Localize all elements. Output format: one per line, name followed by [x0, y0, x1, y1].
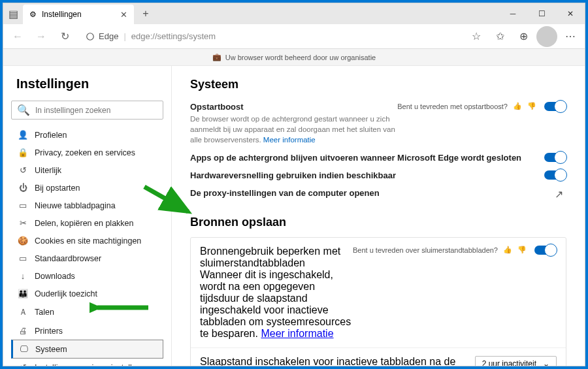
external-link-icon[interactable]: ↗ — [555, 188, 566, 200]
resources-heading: Bronnen opslaan — [190, 216, 566, 229]
lock-icon: 🔒 — [18, 148, 28, 157]
browser-icon: ▭ — [18, 253, 28, 263]
sidebar-item-cookies[interactable]: 🍪Cookies en site machtigingen — [11, 232, 163, 249]
paint-icon: ↺ — [18, 165, 28, 175]
sidebar-heading: Instellingen — [11, 76, 163, 91]
menu-button[interactable]: ⋯ — [560, 26, 581, 47]
app-menu-icon[interactable]: ▤ — [3, 3, 23, 24]
startup-boost-label: Opstartboost — [190, 102, 397, 112]
gear-icon: ⚙ — [29, 10, 37, 19]
sidebar-item-profiles[interactable]: 👤Profielen — [11, 126, 163, 144]
download-icon: ↓ — [18, 271, 28, 281]
language-icon: Ａ — [18, 306, 28, 318]
browser-tab[interactable]: ⚙ Instellingen ✕ — [23, 5, 134, 24]
sleep-duration-select[interactable]: 2 uur inactiviteit ⌄ — [475, 356, 557, 366]
power-icon: ⏻ — [18, 183, 28, 193]
startup-feedback: Bent u tevreden met opstartboost? 👍 👎 — [397, 102, 536, 110]
thumbs-up-icon[interactable]: 👍 — [503, 246, 512, 254]
sidebar-item-reset[interactable]: ↺Instellingen opnieuw instellen — [11, 359, 163, 366]
tab-close-icon[interactable]: ✕ — [120, 10, 127, 20]
sidebar-item-default[interactable]: ▭Standaardbrowser — [11, 249, 163, 267]
sidebar-item-family[interactable]: 👪Ouderlijk toezicht — [11, 285, 163, 302]
startup-boost-toggle[interactable] — [544, 102, 566, 111]
hw-accel-label: Hardwareversnelling gebruiken indien bes… — [190, 170, 536, 180]
search-icon: 🔍 — [17, 104, 30, 116]
thumbs-down-icon[interactable]: 👎 — [517, 246, 527, 254]
startup-more-link[interactable]: Meer informatie — [263, 136, 316, 144]
profile-avatar[interactable] — [536, 26, 557, 47]
hw-accel-toggle[interactable] — [544, 170, 566, 180]
maximize-button[interactable]: ☐ — [527, 3, 556, 24]
proxy-label: De proxy-instellingen van de computer op… — [190, 188, 547, 198]
resources-card: Bronnengebruik beperken met sluimerstand… — [190, 237, 566, 366]
edge-logo: Edge — [86, 31, 118, 41]
person-icon: 👤 — [18, 130, 28, 140]
search-input[interactable] — [35, 106, 157, 115]
forward-button[interactable]: → — [31, 26, 52, 47]
sleeping-tabs-label: Bronnengebruik beperken met sluimerstand… — [200, 246, 353, 269]
bg-apps-label: Apps op de achtergrond blijven uitvoeren… — [190, 153, 536, 163]
back-button[interactable]: ← — [7, 26, 28, 47]
sidebar-item-downloads[interactable]: ↓Downloads — [11, 267, 163, 285]
sidebar-item-printers[interactable]: 🖨Printers — [11, 322, 163, 340]
sidebar-item-system[interactable]: 🖵Systeem — [11, 340, 163, 359]
sleeping-feedback: Bent u tevreden over sluimerstandtabblad… — [353, 246, 527, 254]
sleep-after-label: Slaapstand inschakelen voor inactieve ta… — [200, 356, 475, 366]
sidebar-item-languages[interactable]: ＡTalen — [11, 302, 163, 322]
bg-apps-toggle[interactable] — [544, 153, 566, 162]
favorites-icon[interactable]: ✩ — [489, 26, 510, 47]
reset-icon: ↺ — [18, 362, 28, 366]
read-aloud-icon[interactable]: ☆ — [466, 26, 487, 47]
sleeping-tabs-desc: Wanneer dit is ingeschakeld, wordt na ee… — [200, 269, 353, 340]
titlebar: ▤ ⚙ Instellingen ✕ + ─ ☐ ✕ — [3, 3, 585, 24]
svg-point-0 — [87, 33, 94, 40]
briefcase-icon: 💼 — [212, 53, 221, 61]
sidebar-item-newtab[interactable]: ▭Nieuwe tabbladpagina — [11, 197, 163, 214]
sidebar-item-appearance[interactable]: ↺Uiterlijk — [11, 161, 163, 179]
org-notice-bar: 💼 Uw browser wordt beheerd door uw organ… — [3, 49, 585, 66]
startup-boost-desc: De browser wordt op de achtergrond gesta… — [190, 114, 397, 145]
settings-main: Systeem Opstartboost De browser wordt op… — [172, 66, 585, 366]
new-tab-button[interactable]: + — [137, 5, 155, 23]
tab-icon: ▭ — [18, 201, 28, 210]
close-button[interactable]: ✕ — [556, 3, 585, 24]
tab-title: Instellingen — [42, 10, 115, 19]
sidebar-item-privacy[interactable]: 🔒Privacy, zoeken en services — [11, 144, 163, 161]
toolbar: ← → ↻ Edge | edge://settings/system ☆ ✩ … — [3, 24, 585, 49]
sleeping-more-link[interactable]: Meer informatie — [261, 328, 333, 339]
minimize-button[interactable]: ─ — [498, 3, 527, 24]
reload-button[interactable]: ↻ — [54, 26, 75, 47]
sidebar-item-share[interactable]: ✂Delen, kopiëren en plakken — [11, 214, 163, 232]
sidebar-search[interactable]: 🔍 — [11, 101, 163, 120]
page-heading: Systeem — [190, 78, 566, 91]
printer-icon: 🖨 — [18, 326, 28, 336]
url-bar[interactable]: Edge | edge://settings/system — [78, 27, 463, 46]
thumbs-down-icon[interactable]: 👎 — [527, 102, 536, 110]
family-icon: 👪 — [18, 289, 28, 298]
url-text: edge://settings/system — [131, 31, 216, 41]
chevron-down-icon: ⌄ — [543, 359, 549, 366]
settings-sidebar: Instellingen 🔍 👤Profielen 🔒Privacy, zoek… — [3, 66, 172, 366]
thumbs-up-icon[interactable]: 👍 — [513, 102, 522, 110]
collections-icon[interactable]: ⊕ — [513, 26, 534, 47]
sidebar-item-startup[interactable]: ⏻Bij opstarten — [11, 179, 163, 197]
sleeping-tabs-toggle[interactable] — [534, 246, 557, 255]
copy-icon: ✂ — [18, 218, 28, 228]
cookie-icon: 🍪 — [18, 236, 28, 246]
monitor-icon: 🖵 — [18, 344, 29, 354]
